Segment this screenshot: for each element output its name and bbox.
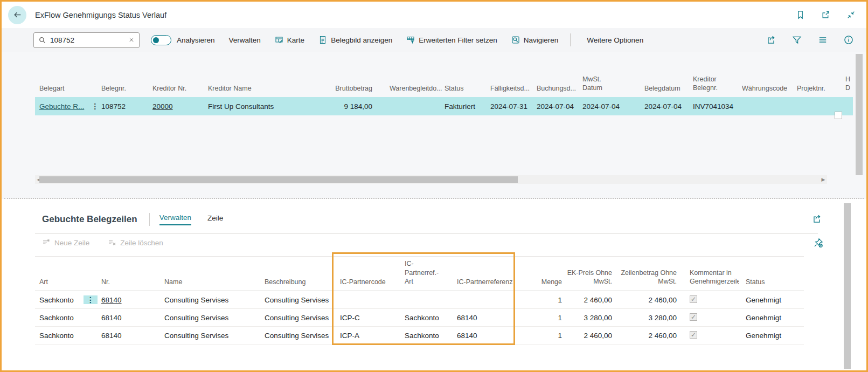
kommentar-checkbox[interactable]	[690, 295, 697, 303]
col-waehrungscode[interactable]: Währungscode	[742, 85, 797, 92]
cell-kreditor-belegnr[interactable]: INV7041034	[693, 102, 742, 111]
pin-icon[interactable]	[813, 238, 823, 248]
tab-zeile[interactable]: Zeile	[207, 214, 223, 225]
cell-name[interactable]: Consulting Servises	[163, 332, 265, 340]
cell-kommentar[interactable]	[683, 295, 739, 305]
col-kreditor-name[interactable]: Kreditor Name	[208, 85, 325, 92]
cell-belegart[interactable]: Gebuchte R...	[35, 102, 89, 111]
cell-beschreibung[interactable]: Consulting Servises	[265, 332, 333, 340]
cell-ic-partnerref-art[interactable]: Sachkonto	[398, 314, 450, 322]
line-menu-button[interactable]: ⋮	[84, 295, 98, 304]
col-bruttobetrag[interactable]: Bruttobetrag	[325, 85, 382, 92]
vertical-scrollbar-top[interactable]	[856, 54, 863, 175]
col-projektnr[interactable]: Projektnr.	[797, 85, 845, 92]
open-in-window-icon[interactable]	[821, 10, 830, 19]
cell-buchungsdatum[interactable]: 2024-07-04	[537, 102, 582, 111]
col-art[interactable]: Art	[35, 278, 84, 286]
cell-zeilenbetrag[interactable]: 2 460,00	[619, 332, 683, 340]
hat-dokument-checkbox[interactable]	[835, 112, 842, 119]
vertical-scrollbar-bottom[interactable]	[844, 203, 851, 369]
cell-menge[interactable]: 1	[515, 296, 565, 304]
col-mwst-datum[interactable]: MwSt. Datum	[582, 75, 644, 93]
share-icon[interactable]	[766, 35, 776, 45]
cell-line-status[interactable]: Genehmigt	[739, 314, 804, 322]
cell-menge[interactable]: 1	[515, 314, 565, 322]
cell-zeilenbetrag[interactable]: 2 460,00	[619, 296, 683, 304]
cell-art[interactable]: Sachkonto	[35, 332, 84, 340]
cell-kommentar[interactable]	[683, 331, 739, 340]
search-box[interactable]	[33, 32, 140, 48]
document-row-selected[interactable]: Gebuchte R... ⋮ 108752 20000 First Up Co…	[35, 97, 853, 115]
cell-ek-preis[interactable]: 3 280,00	[565, 314, 619, 322]
col-ic-partnercode[interactable]: IC-Partnercode	[333, 278, 398, 286]
col-faelligkeitsdatum[interactable]: Fälligkeitsd...	[490, 85, 537, 92]
col-belegnr[interactable]: Belegnr.	[101, 85, 152, 92]
delete-line-button[interactable]: Zeile löschen	[108, 238, 163, 247]
bookmark-icon[interactable]	[796, 10, 805, 19]
cell-nr[interactable]: 68140	[98, 314, 163, 322]
col-nr[interactable]: Nr.	[98, 278, 163, 286]
cell-ek-preis[interactable]: 2 460,00	[565, 332, 619, 340]
filter-icon[interactable]	[792, 35, 802, 45]
belegart-link[interactable]: Gebuchte R...	[39, 102, 84, 111]
kreditor-nr-link[interactable]: 20000	[152, 102, 173, 111]
cell-ic-partnerreferenz[interactable]: 68140	[450, 332, 515, 340]
more-options-button[interactable]: Weitere Optionen	[587, 36, 643, 44]
new-line-button[interactable]: Neue Zeile	[42, 238, 89, 247]
clear-search-icon[interactable]	[128, 37, 135, 43]
col-ic-partnerreferenz[interactable]: IC-Partnerreferenz	[450, 278, 515, 286]
col-kommentar[interactable]: Kommentar in Genehmigerzeile	[683, 268, 739, 286]
nr-link[interactable]: 68140	[101, 296, 122, 304]
col-warenbegleitdok[interactable]: Warenbegleitdo...	[382, 85, 445, 92]
col-status[interactable]: Status	[445, 85, 490, 92]
cell-name[interactable]: Consulting Servises	[163, 314, 265, 322]
cell-faelligkeitsdatum[interactable]: 2024-07-31	[490, 102, 537, 111]
line-row-2[interactable]: Sachkonto 68140 Consulting Servises Cons…	[35, 309, 804, 327]
cell-status[interactable]: Fakturiert	[445, 102, 490, 111]
list-view-icon[interactable]	[818, 35, 828, 45]
cell-ic-partnerreferenz[interactable]: 68140	[450, 314, 515, 322]
navigieren-button[interactable]: Navigieren	[511, 36, 559, 44]
cell-nr[interactable]: 68140	[98, 332, 163, 340]
tab-verwalten[interactable]: Verwalten	[159, 213, 191, 225]
erweiterter-filter-button[interactable]: Erweiterten Filter setzen	[406, 36, 497, 44]
col-hat-dokument[interactable]: H D	[845, 75, 853, 93]
row-menu-button[interactable]: ⋮	[89, 102, 101, 111]
cell-line-status[interactable]: Genehmigt	[739, 296, 804, 304]
cell-kommentar[interactable]	[683, 313, 739, 322]
cell-ek-preis[interactable]: 2 460,00	[565, 296, 619, 304]
col-zeilenbetrag[interactable]: Zeilenbetrag Ohne MwSt.	[619, 268, 683, 286]
line-row-1[interactable]: Sachkonto ⋮ 68140 Consulting Servises Co…	[35, 291, 804, 309]
line-row-3[interactable]: Sachkonto 68140 Consulting Servises Cons…	[35, 327, 804, 345]
horizontal-scrollbar[interactable]: ◀ ▶	[35, 175, 827, 184]
col-belegart[interactable]: Belegart	[35, 85, 89, 92]
col-line-status[interactable]: Status	[739, 278, 804, 286]
col-buchungsdatum[interactable]: Buchungsd...	[537, 85, 582, 92]
col-ic-partnerref-art[interactable]: IC-Partnerref.-Art	[398, 259, 450, 286]
cell-beschreibung[interactable]: Consulting Servises	[265, 296, 333, 304]
cell-kreditor-nr[interactable]: 20000	[152, 102, 208, 111]
cell-menge[interactable]: 1	[515, 332, 565, 340]
back-button[interactable]	[8, 6, 26, 24]
cell-nr[interactable]: 68140	[98, 296, 163, 304]
cell-name[interactable]: Consulting Servises	[163, 296, 265, 304]
cell-ic-partnercode[interactable]: ICP-A	[333, 332, 398, 340]
col-beschreibung[interactable]: Beschreibung	[265, 278, 333, 286]
cell-art[interactable]: Sachkonto	[35, 314, 84, 322]
cell-line-status[interactable]: Genehmigt	[739, 332, 804, 340]
col-kreditor-belegnr[interactable]: Kreditor Belegnr.	[693, 75, 742, 93]
lines-share-icon[interactable]	[812, 214, 822, 224]
col-menge[interactable]: Menge	[515, 278, 565, 286]
search-input[interactable]	[50, 36, 124, 44]
cell-mwst-datum[interactable]: 2024-07-04	[582, 102, 644, 111]
karte-button[interactable]: Karte	[275, 36, 304, 44]
col-name[interactable]: Name	[163, 278, 265, 286]
cell-ic-partnerref-art[interactable]: Sachkonto	[398, 332, 450, 340]
collapse-icon[interactable]	[846, 10, 856, 19]
kommentar-checkbox[interactable]	[690, 313, 697, 321]
col-belegdatum[interactable]: Belegdatum	[644, 85, 693, 92]
col-ek-preis[interactable]: EK-Preis Ohne MwSt.	[565, 268, 619, 286]
cell-ic-partnercode[interactable]: ICP-C	[333, 314, 398, 322]
cell-beschreibung[interactable]: Consulting Servises	[265, 314, 333, 322]
analyze-toggle[interactable]	[151, 35, 171, 45]
